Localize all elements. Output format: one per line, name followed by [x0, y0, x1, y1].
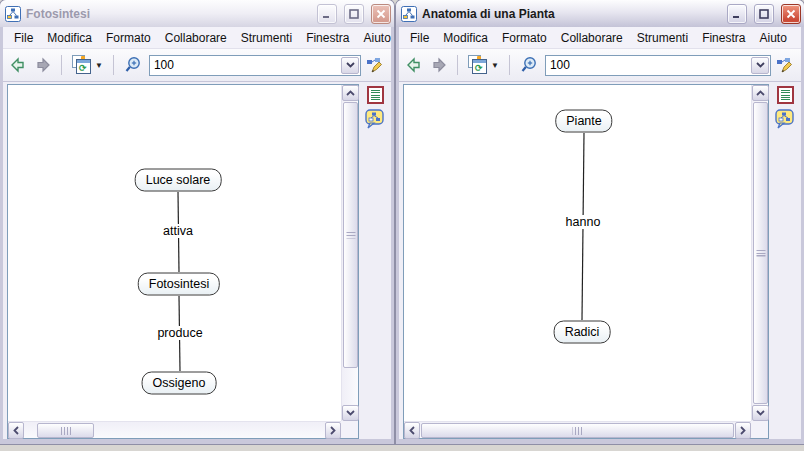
close-button[interactable]: [371, 4, 391, 24]
zoom-magnifier-icon: [520, 56, 538, 74]
menu-aiuto[interactable]: Aiuto: [752, 28, 793, 48]
close-icon: [376, 9, 386, 19]
close-button[interactable]: [781, 4, 801, 24]
map-canvas-anatomia[interactable]: hanno Piante Radici: [404, 85, 751, 421]
minimize-button[interactable]: [727, 4, 747, 24]
edit-map-button[interactable]: [776, 57, 793, 74]
edit-pencil-map-icon: [366, 57, 383, 74]
horizontal-scrollbar[interactable]: [404, 421, 751, 438]
hscroll-track[interactable]: [24, 422, 325, 438]
vscroll-thumb[interactable]: [753, 102, 768, 404]
hscroll-track[interactable]: [420, 422, 735, 438]
zoom-dropdown-button[interactable]: [341, 57, 359, 74]
toolbar-separator: [113, 55, 114, 75]
map-panel: hanno Piante Radici: [403, 84, 769, 439]
vscroll-track[interactable]: [342, 101, 358, 405]
app-icon: [5, 6, 21, 22]
back-button[interactable]: [10, 57, 28, 73]
scroll-left-button[interactable]: [404, 422, 420, 439]
forward-button[interactable]: [429, 57, 447, 73]
concept-node[interactable]: Radici: [554, 321, 611, 344]
scroll-left-button[interactable]: [8, 422, 24, 439]
link-label[interactable]: attiva: [160, 224, 196, 238]
zoom-dropdown-button[interactable]: [751, 57, 769, 74]
menu-strumenti[interactable]: Strumenti: [630, 28, 695, 48]
menu-strumenti[interactable]: Strumenti: [234, 28, 299, 48]
side-icon-strip: [359, 84, 391, 439]
link-label[interactable]: produce: [154, 326, 205, 340]
down-chevron-icon: [756, 410, 765, 416]
vscroll-track[interactable]: [752, 101, 768, 405]
map-canvas-fotosintesi[interactable]: attiva produce Luce solare Fotosintesi O…: [8, 85, 341, 421]
annotation-bubble-icon[interactable]: [364, 108, 386, 134]
menu-finestra[interactable]: Finestra: [695, 28, 752, 48]
vscroll-thumb[interactable]: [343, 102, 358, 368]
menu-finestra[interactable]: Finestra: [299, 28, 356, 48]
scroll-right-button[interactable]: [735, 422, 751, 439]
up-chevron-icon: [346, 90, 355, 96]
titlebar[interactable]: Anatomia di una Pianta: [396, 0, 804, 27]
vertical-scrollbar[interactable]: [751, 85, 768, 421]
minimize-button[interactable]: [317, 4, 337, 24]
maximize-button[interactable]: [754, 4, 774, 24]
toolbar: ⟳ ▼ 100: [399, 49, 801, 82]
close-icon: [786, 9, 796, 19]
scrollbar-corner: [751, 421, 768, 438]
menu-formato[interactable]: Formato: [99, 28, 158, 48]
zoom-magnifier-icon: [124, 56, 142, 74]
menu-collaborare[interactable]: Collaborare: [158, 28, 234, 48]
combo-down-chevron-icon: [756, 62, 765, 68]
left-chevron-icon: [13, 426, 19, 435]
zoom-combobox[interactable]: 100: [149, 55, 361, 76]
edit-map-button[interactable]: [366, 57, 383, 74]
menu-file[interactable]: File: [403, 28, 436, 48]
toolbar-separator: [509, 55, 510, 75]
concept-node[interactable]: Piante: [555, 110, 612, 133]
menu-formato[interactable]: Formato: [495, 28, 554, 48]
zoom-combobox[interactable]: 100: [545, 55, 771, 76]
scroll-right-button[interactable]: [325, 422, 341, 439]
toolbar-separator: [61, 55, 62, 75]
window-title: Fotosintesi: [26, 7, 310, 21]
toolbar: ⟳ ▼ 100: [3, 49, 391, 82]
zoom-value[interactable]: 100: [150, 58, 341, 72]
window-main: hanno Piante Radici: [399, 82, 801, 439]
scroll-down-button[interactable]: [342, 405, 359, 421]
back-button[interactable]: [406, 57, 424, 73]
titlebar[interactable]: Fotosintesi: [0, 0, 394, 27]
link-label[interactable]: hanno: [563, 215, 604, 229]
scroll-down-button[interactable]: [752, 405, 769, 421]
styles-button[interactable]: ⟳ ▼: [72, 55, 103, 75]
scroll-up-button[interactable]: [752, 85, 769, 101]
hscroll-thumb[interactable]: [421, 423, 734, 438]
scroll-up-button[interactable]: [342, 85, 359, 101]
side-icon-strip: [769, 84, 801, 439]
menu-file[interactable]: File: [7, 28, 40, 48]
maximize-button[interactable]: [344, 4, 364, 24]
menu-modifica[interactable]: Modifica: [436, 28, 495, 48]
back-arrow-icon: [406, 57, 424, 73]
forward-button[interactable]: [33, 57, 51, 73]
outline-list-icon[interactable]: [367, 86, 384, 104]
menu-collaborare[interactable]: Collaborare: [554, 28, 630, 48]
horizontal-scrollbar[interactable]: [8, 421, 341, 438]
forward-arrow-icon: [429, 57, 447, 73]
menu-modifica[interactable]: Modifica: [40, 28, 99, 48]
menu-bar: File Modifica Formato Collaborare Strume…: [399, 27, 801, 49]
zoom-icon: [520, 56, 538, 74]
zoom-value[interactable]: 100: [546, 58, 751, 72]
vertical-scrollbar[interactable]: [341, 85, 358, 421]
concept-node[interactable]: Ossigeno: [142, 372, 217, 395]
annotation-bubble-icon[interactable]: [774, 108, 796, 134]
styles-button[interactable]: ⟳ ▼: [468, 55, 499, 75]
hscroll-thumb[interactable]: [37, 423, 94, 438]
right-chevron-icon: [740, 426, 746, 435]
menu-aiuto[interactable]: Aiuto: [356, 28, 397, 48]
down-chevron-icon: [346, 410, 355, 416]
right-chevron-icon: [330, 426, 336, 435]
outline-list-icon[interactable]: [777, 86, 794, 104]
concept-node[interactable]: Luce solare: [135, 169, 222, 192]
concept-node[interactable]: Fotosintesi: [138, 273, 220, 296]
forward-arrow-icon: [33, 57, 51, 73]
maximize-icon: [349, 9, 359, 19]
